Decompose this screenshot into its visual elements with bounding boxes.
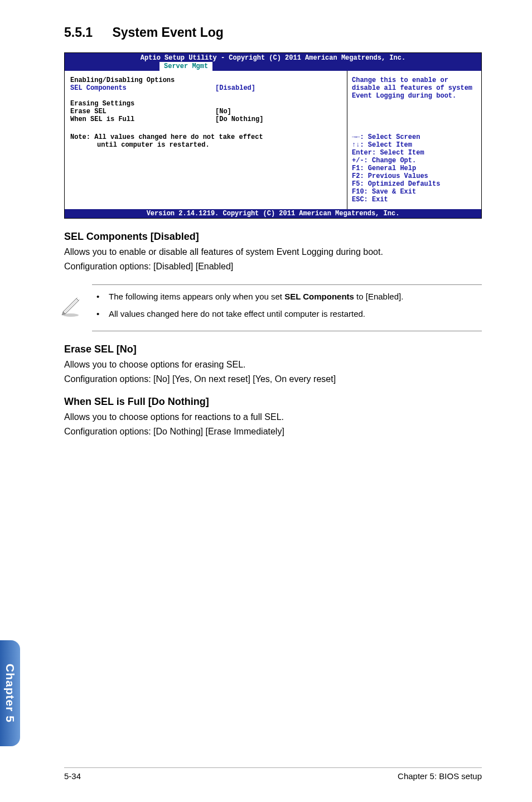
when-sel-full-options: Configuration options: [Do Nothing] [Era… — [64, 426, 482, 438]
bios-help-line: F1: General Help — [352, 165, 477, 172]
sel-components-desc: Allows you to enable or disable all feat… — [64, 246, 482, 258]
when-sel-full-desc: Allows you to choose options for reactio… — [64, 411, 482, 423]
heading-number: 5.5.1 — [64, 25, 109, 40]
bios-help-line: Enter: Select Item — [352, 149, 477, 157]
bios-help-desc: Change this to enable or disable all fea… — [352, 76, 477, 100]
bios-help-line: F2: Previous Values — [352, 172, 477, 180]
bios-left-pane: Enabling/Disabling Options SEL Component… — [65, 71, 347, 209]
note-block: The following items appears only when yo… — [92, 284, 482, 331]
bios-tab-row: Server Mgmt — [65, 62, 481, 71]
heading-title: System Event Log — [112, 25, 223, 40]
note-item-2: All values changed here do not take effe… — [109, 308, 482, 320]
note-text: The following items appears only when yo… — [109, 292, 284, 301]
bios-help-line: F5: Optimized Defaults — [352, 180, 477, 188]
bios-section-label: Erasing Settings — [70, 100, 341, 108]
sel-components-options: Configuration options: [Disabled] [Enabl… — [64, 260, 482, 273]
bios-help-line: ↑↓: Select Item — [352, 141, 477, 149]
bios-help-line: ESC: Exit — [352, 196, 477, 204]
erase-sel-desc: Allows you to choose options for erasing… — [64, 359, 482, 371]
bios-section-label: Enabling/Disabling Options — [70, 76, 341, 84]
pencil-icon — [60, 295, 82, 317]
page-number: 5-34 — [64, 771, 81, 781]
bios-help-line: F10: Save & Exit — [352, 188, 477, 196]
when-sel-full-label: When SEL is Full — [70, 115, 215, 123]
when-sel-full-value: [Do Nothing] — [215, 115, 263, 123]
section-heading: 5.5.1 System Event Log — [64, 25, 482, 40]
sel-components-heading: SEL Components [Disabled] — [64, 231, 482, 243]
bios-help-line: →←: Select Screen — [352, 133, 477, 141]
erase-sel-label: Erase SEL — [70, 108, 215, 115]
erase-sel-heading: Erase SEL [No] — [64, 344, 482, 355]
svg-marker-1 — [63, 298, 79, 314]
note-text: to [Enabled]. — [354, 292, 403, 301]
bios-footer: Version 2.14.1219. Copyright (C) 2011 Am… — [65, 209, 481, 218]
chapter-tab: Chapter 5 — [0, 640, 20, 746]
erase-sel-options: Configuration options: [No] [Yes, On nex… — [64, 373, 482, 385]
bios-help-pane: Change this to enable or disable all fea… — [347, 71, 481, 209]
when-sel-full-heading: When SEL is Full [Do Nothing] — [64, 396, 482, 408]
sel-components-value: [Disabled] — [215, 84, 255, 92]
bios-note-line1: Note: All values changed here do not tak… — [70, 133, 341, 141]
bios-help-line: +/-: Change Opt. — [352, 157, 477, 165]
bios-header: Aptio Setup Utility - Copyright (C) 2011… — [65, 53, 481, 62]
erase-sel-value: [No] — [215, 108, 231, 115]
bios-screen: Aptio Setup Utility - Copyright (C) 2011… — [64, 52, 482, 219]
bios-tab-server-mgmt: Server Mgmt — [159, 62, 212, 71]
sel-components-label: SEL Components — [70, 84, 215, 92]
chapter-label: Chapter 5: BIOS setup — [398, 771, 482, 781]
note-item-1: The following items appears only when yo… — [109, 291, 482, 302]
bios-note-line2: until computer is restarted. — [70, 141, 341, 149]
note-bold: SEL Components — [284, 292, 354, 301]
page-footer: 5-34 Chapter 5: BIOS setup — [64, 767, 482, 781]
